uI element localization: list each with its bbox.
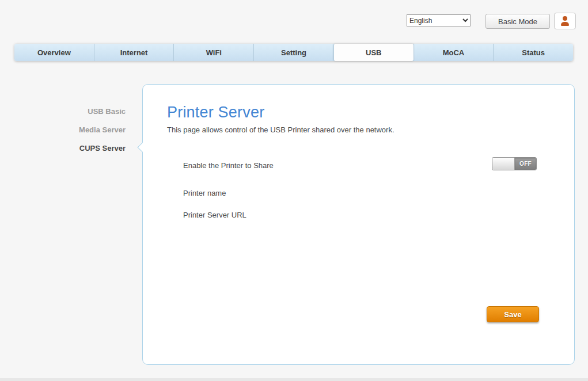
tab-overview[interactable]: Overview	[14, 44, 94, 61]
language-select[interactable]: English	[407, 14, 471, 26]
page-title: Printer Server	[167, 104, 264, 121]
page-description: This page allows control of the USB Prin…	[167, 125, 394, 134]
sidebar-item-cups-server[interactable]: CUPS Server	[23, 143, 126, 154]
toggle-state-label: OFF	[515, 158, 536, 170]
user-account-button[interactable]	[554, 13, 576, 29]
tab-setting[interactable]: Setting	[253, 44, 333, 61]
tab-moca[interactable]: MoCA	[414, 44, 494, 61]
main-tab-bar: Overview Internet WiFi Setting USB MoCA …	[14, 44, 573, 61]
toggle-knob	[492, 158, 515, 170]
printer-name-label: Printer name	[183, 189, 226, 197]
tab-usb[interactable]: USB	[333, 44, 414, 61]
tab-status[interactable]: Status	[493, 44, 573, 61]
tab-wifi[interactable]: WiFi	[173, 44, 253, 61]
basic-mode-button[interactable]: Basic Mode	[485, 14, 550, 29]
enable-printer-toggle[interactable]: OFF	[492, 157, 537, 170]
usb-sub-nav: USB Basic Media Server CUPS Server	[23, 106, 126, 161]
sidebar-item-usb-basic[interactable]: USB Basic	[23, 106, 126, 117]
bottom-edge	[0, 378, 588, 381]
user-icon	[561, 16, 569, 26]
sidebar-item-media-server[interactable]: Media Server	[23, 124, 126, 136]
printer-server-url-label: Printer Server URL	[183, 211, 246, 219]
save-button[interactable]: Save	[487, 306, 539, 322]
page: English Basic Mode Overview Internet WiF…	[0, 0, 588, 381]
enable-printer-label: Enable the Printer to Share	[183, 161, 274, 170]
tab-internet[interactable]: Internet	[94, 44, 174, 61]
